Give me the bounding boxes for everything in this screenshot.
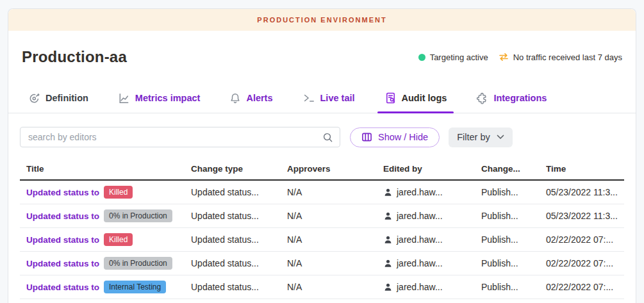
table-header-row: Title Change type Approvers Edited by Ch… [20, 158, 624, 181]
change-type-cell: Updated status... [191, 258, 287, 268]
filter-by-label: Filter by [457, 132, 490, 142]
tab-label: Integrations [493, 93, 547, 103]
column-header-title[interactable]: Title [20, 164, 191, 174]
search-input[interactable] [28, 132, 322, 142]
search-box[interactable] [20, 127, 340, 147]
person-icon [383, 283, 393, 292]
target-icon [28, 92, 40, 104]
status-badge: 0% in Production [104, 209, 172, 222]
table-row[interactable]: Updated status to Internal Testing Updat… [20, 275, 624, 299]
show-hide-button[interactable]: Show / Hide [350, 127, 440, 147]
column-header-change-type[interactable]: Change type [191, 164, 287, 174]
table-row[interactable]: Updated status to Killed Updated status.… [20, 228, 624, 252]
tab-label: Live tail [320, 93, 355, 103]
edited-by-cell: jared.haw... [397, 234, 443, 245]
change-type-cell: Updated status... [191, 211, 287, 221]
row-title-link[interactable]: Updated status to [26, 188, 99, 197]
line-chart-icon [118, 92, 130, 104]
approvers-cell: N/A [287, 258, 383, 268]
change-cell: Publish... [481, 258, 546, 268]
row-title-link[interactable]: Updated status to [26, 283, 99, 292]
change-cell: Publish... [481, 211, 546, 221]
column-header-edited-by[interactable]: Edited by [383, 164, 481, 174]
bell-icon [229, 92, 241, 104]
change-type-cell: Updated status... [191, 282, 287, 292]
person-icon [383, 259, 393, 268]
approvers-cell: N/A [287, 211, 383, 221]
row-title-link[interactable]: Updated status to [26, 259, 99, 268]
person-icon [383, 211, 393, 221]
targeting-status: Targeting active [418, 53, 488, 62]
change-type-cell: Updated status... [191, 234, 287, 245]
change-type-cell: Updated status... [191, 187, 287, 197]
toolbar: Show / Hide Filter by [8, 127, 636, 147]
audit-log-table: Title Change type Approvers Edited by Ch… [8, 158, 636, 299]
page-header: Production-aa Targeting active No traffi… [8, 48, 636, 66]
status-badge: Internal Testing [104, 281, 166, 293]
status-badge: 0% in Production [104, 257, 172, 270]
traffic-arrows-icon [499, 53, 509, 61]
change-cell: Publish... [481, 234, 546, 245]
feature-flag-card: PRODUCTION ENVIRONMENT Production-aa Tar… [8, 8, 636, 303]
column-header-time[interactable]: Time [546, 164, 624, 174]
targeting-status-label: Targeting active [430, 53, 488, 62]
environment-banner: PRODUCTION ENVIRONMENT [8, 9, 636, 31]
change-cell: Publish... [481, 187, 546, 197]
person-icon [383, 188, 393, 197]
tab-label: Audit logs [402, 93, 447, 103]
edited-by-cell: jared.haw... [397, 258, 443, 268]
column-header-approvers[interactable]: Approvers [287, 164, 383, 174]
change-cell: Publish... [481, 282, 546, 292]
show-hide-label: Show / Hide [378, 132, 428, 142]
page-title: Production-aa [22, 48, 127, 66]
approvers-cell: N/A [287, 282, 383, 292]
table-row[interactable]: Updated status to 0% in Production Updat… [20, 204, 624, 228]
time-cell: 02/22/2022 07:... [546, 258, 624, 268]
row-title-link[interactable]: Updated status to [26, 211, 99, 221]
status-group: Targeting active No traffic received las… [418, 53, 622, 62]
edited-by-cell: jared.haw... [397, 187, 443, 197]
status-badge: Killed [104, 186, 133, 199]
time-cell: 05/23/2022 11:3... [546, 211, 624, 221]
tab-definition[interactable]: Definition [21, 86, 95, 113]
edited-by-cell: jared.haw... [397, 211, 443, 221]
tab-audit-logs[interactable]: Audit logs [377, 86, 454, 113]
column-header-change[interactable]: Change... [481, 164, 546, 174]
terminal-icon [302, 92, 315, 104]
search-icon [322, 132, 333, 143]
tab-bar: Definition Metrics impact Alerts [8, 86, 636, 113]
person-icon [383, 235, 393, 245]
tab-label: Alerts [246, 93, 272, 103]
approvers-cell: N/A [287, 187, 383, 197]
time-cell: 02/22/2022 07:... [546, 282, 624, 292]
approvers-cell: N/A [287, 234, 383, 245]
tab-label: Definition [45, 93, 88, 103]
filter-by-button[interactable]: Filter by [449, 127, 513, 147]
table-row[interactable]: Updated status to Killed Updated status.… [20, 181, 624, 204]
traffic-status-label: No traffic received last 7 days [513, 53, 622, 62]
green-dot-icon [418, 54, 425, 61]
columns-icon [361, 132, 372, 142]
tab-alerts[interactable]: Alerts [222, 86, 279, 113]
tab-integrations[interactable]: Integrations [469, 86, 554, 113]
edited-by-cell: jared.haw... [397, 282, 443, 292]
row-title-link[interactable]: Updated status to [26, 235, 99, 245]
chevron-down-icon [497, 135, 504, 140]
traffic-status: No traffic received last 7 days [499, 53, 622, 62]
puzzle-icon [476, 92, 488, 104]
time-cell: 02/22/2022 07:... [546, 234, 624, 245]
tab-label: Metrics impact [135, 93, 201, 103]
time-cell: 05/23/2022 11:3... [546, 187, 624, 197]
status-badge: Killed [104, 233, 133, 246]
tab-metrics-impact[interactable]: Metrics impact [111, 86, 208, 113]
table-row[interactable]: Updated status to 0% in Production Updat… [20, 252, 624, 275]
tab-live-tail[interactable]: Live tail [295, 86, 362, 113]
audit-log-icon [384, 92, 397, 104]
